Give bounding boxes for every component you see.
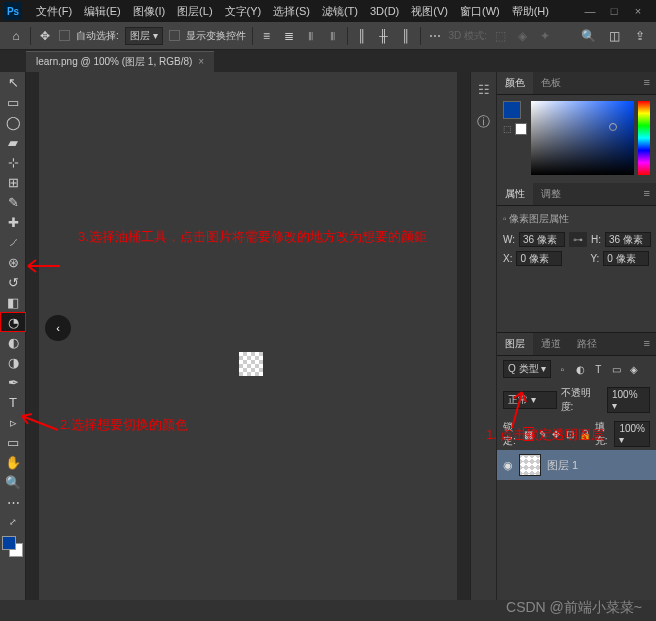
menu-type[interactable]: 文字(Y) [219,4,268,19]
window-minimize[interactable]: — [584,5,596,17]
opacity-input[interactable]: 100% ▾ [607,387,650,413]
frame-tool[interactable]: ⊞ [0,172,26,192]
menu-view[interactable]: 视图(V) [405,4,454,19]
layer-thumbnail[interactable] [519,454,541,476]
lasso-tool[interactable]: ◯ [0,112,26,132]
quick-select-tool[interactable]: ▰ [0,132,26,152]
x-input[interactable] [516,251,562,266]
history-brush-tool[interactable]: ↺ [0,272,26,292]
marquee-tool[interactable]: ▭ [0,92,26,112]
distribute-icon[interactable]: ║ [354,28,370,44]
healing-tool[interactable]: ✚ [0,212,26,232]
align-icon[interactable]: ≡ [259,28,275,44]
distribute-icon[interactable]: ║ [398,28,414,44]
close-tab-icon[interactable]: × [198,56,204,67]
lock-transparency-icon[interactable]: ▩ [523,427,534,441]
menu-window[interactable]: 窗口(W) [454,4,506,19]
menu-filter[interactable]: 滤镜(T) [316,4,364,19]
link-icon[interactable]: ⊶ [569,232,587,247]
hand-tool[interactable]: ✋ [0,452,26,472]
filter-icon[interactable]: ▭ [609,362,623,376]
window-maximize[interactable]: □ [608,5,620,17]
y-input[interactable] [603,251,649,266]
foreground-color[interactable] [2,536,16,550]
menu-file[interactable]: 文件(F) [30,4,78,19]
document-tab[interactable]: learn.png @ 100% (图层 1, RGB/8) × [26,51,214,72]
align-icon[interactable]: ⫴ [303,28,319,44]
canvas[interactable]: ‹ [39,72,457,600]
eyedropper-tool[interactable]: ✎ [0,192,26,212]
filter-icon[interactable]: ◈ [627,362,641,376]
window-close[interactable]: × [632,5,644,17]
search-icon[interactable]: 🔍 [580,28,596,44]
home-icon[interactable]: ⌂ [8,28,24,44]
path-tool[interactable]: ▹ [0,412,26,432]
move-tool[interactable]: ↖ [0,72,26,92]
visibility-icon[interactable]: ◉ [503,459,513,472]
lock-position-icon[interactable]: ✥ [551,427,561,441]
blur-tool[interactable]: ◐ [0,332,26,352]
filter-icon[interactable]: ▫ [555,362,569,376]
workspace-icon[interactable]: ◫ [606,28,622,44]
align-icon[interactable]: ⫴ [325,28,341,44]
info-icon[interactable]: ⓘ [477,113,490,131]
lock-artboard-icon[interactable]: ⊡ [565,427,575,441]
tab-layers[interactable]: 图层 [497,333,533,355]
edit-toolbar[interactable]: ⋯ [0,492,26,512]
hue-slider[interactable] [638,101,650,175]
layer-name[interactable]: 图层 1 [547,458,578,473]
back-button[interactable]: ‹ [45,315,71,341]
fg-swatch[interactable] [503,101,521,119]
tab-adjustments[interactable]: 调整 [533,183,569,205]
tab-properties[interactable]: 属性 [497,183,533,205]
brush-tool[interactable]: ⟋ [0,232,26,252]
height-input[interactable] [605,232,651,247]
paint-bucket-tool[interactable]: ◔ [0,312,26,332]
menu-image[interactable]: 图像(I) [127,4,171,19]
blend-mode-select[interactable]: 正常 ▾ [503,391,557,409]
tab-paths[interactable]: 路径 [569,333,605,355]
pen-tool[interactable]: ✒ [0,372,26,392]
menu-layer[interactable]: 图层(L) [171,4,218,19]
menu-3d[interactable]: 3D(D) [364,5,405,17]
more-icon[interactable]: ⋯ [427,28,443,44]
panel-menu-icon[interactable]: ≡ [638,72,656,94]
color-picker[interactable] [531,101,634,175]
menu-select[interactable]: 选择(S) [267,4,316,19]
swap-colors-icon[interactable]: ⤢ [0,512,26,532]
bg-swatch[interactable] [515,123,527,135]
menu-edit[interactable]: 编辑(E) [78,4,127,19]
layer-kind-filter[interactable]: Q 类型 ▾ [503,360,551,378]
panel-menu-icon[interactable]: ≡ [638,183,656,205]
fill-input[interactable]: 100% ▾ [614,421,650,447]
show-controls-checkbox[interactable] [169,30,180,41]
canvas-area[interactable]: ‹ [26,72,470,600]
align-icon[interactable]: ≣ [281,28,297,44]
auto-select-dropdown[interactable]: 图层 ▾ [125,27,163,45]
eyedropper-icon[interactable]: ⬚ [503,124,512,134]
shape-tool[interactable]: ▭ [0,432,26,452]
color-cursor[interactable] [609,123,617,131]
zoom-tool[interactable]: 🔍 [0,472,26,492]
panel-menu-icon[interactable]: ≡ [638,333,656,355]
dodge-tool[interactable]: ◑ [0,352,26,372]
color-swatches[interactable] [0,534,25,564]
lock-pixels-icon[interactable]: ✎ [538,427,548,441]
lock-all-icon[interactable]: 🔒 [579,427,591,441]
filter-icon[interactable]: T [591,362,605,376]
share-icon[interactable]: ⇪ [632,28,648,44]
width-input[interactable] [519,232,565,247]
tab-color[interactable]: 颜色 [497,72,533,94]
layer-item[interactable]: ◉ 图层 1 [497,450,656,480]
history-icon[interactable]: ☷ [478,82,490,97]
filter-icon[interactable]: ◐ [573,362,587,376]
crop-tool[interactable]: ⊹ [0,152,26,172]
auto-select-checkbox[interactable] [59,30,70,41]
menu-help[interactable]: 帮助(H) [506,4,555,19]
image-content[interactable] [239,352,263,376]
tab-swatches[interactable]: 色板 [533,72,569,94]
distribute-icon[interactable]: ╫ [376,28,392,44]
stamp-tool[interactable]: ⊛ [0,252,26,272]
type-tool[interactable]: T [0,392,26,412]
tab-channels[interactable]: 通道 [533,333,569,355]
